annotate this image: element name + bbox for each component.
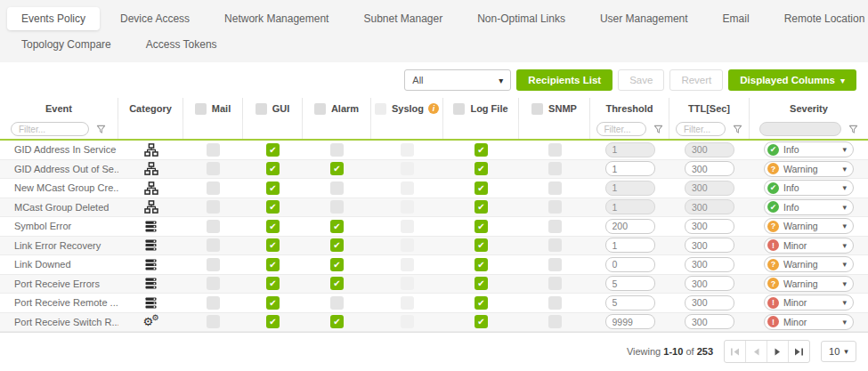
threshold-input[interactable] <box>605 314 655 329</box>
severity-select[interactable]: ✔Info▾ <box>764 180 854 196</box>
mail-checkbox[interactable] <box>207 258 220 271</box>
tab-user-management[interactable]: User Management <box>586 7 702 30</box>
gui-checkbox[interactable]: ✔ <box>266 238 280 252</box>
threshold-input[interactable] <box>605 276 655 291</box>
severity-select[interactable]: ?Warning▾ <box>764 218 854 234</box>
tab-email[interactable]: Email <box>709 7 764 30</box>
severity-select[interactable]: !Minor▾ <box>764 294 854 311</box>
save-button[interactable]: Save <box>618 69 664 91</box>
log_file-checkbox[interactable]: ✔ <box>475 277 488 290</box>
syslog-checkbox[interactable] <box>401 200 414 214</box>
threshold-input[interactable] <box>605 295 655 311</box>
info-icon[interactable]: i <box>428 103 439 114</box>
tab-network-management[interactable]: Network Management <box>210 7 343 30</box>
ttl-input[interactable] <box>685 276 734 291</box>
syslog-column-checkbox[interactable] <box>375 103 386 115</box>
mail-checkbox[interactable] <box>207 162 220 175</box>
threshold-input[interactable] <box>605 257 655 272</box>
log_file-checkbox[interactable]: ✔ <box>475 258 488 271</box>
syslog-checkbox[interactable] <box>401 296 414 310</box>
alarm-checkbox[interactable]: ✔ <box>330 315 344 328</box>
log_file-checkbox[interactable]: ✔ <box>475 315 488 328</box>
filter-input-ttl[interactable] <box>676 122 726 136</box>
snmp-checkbox[interactable] <box>548 162 562 175</box>
log_file-checkbox[interactable]: ✔ <box>475 200 488 214</box>
page-size-select[interactable]: 10 ▾ <box>821 341 856 362</box>
log_file-checkbox[interactable]: ✔ <box>475 220 488 233</box>
previous-page-button[interactable] <box>746 341 767 362</box>
gui-column-checkbox[interactable] <box>256 103 267 115</box>
first-page-button[interactable] <box>725 341 746 362</box>
alarm-column-checkbox[interactable] <box>314 103 326 115</box>
syslog-checkbox[interactable] <box>401 181 414 195</box>
syslog-checkbox[interactable] <box>401 277 414 290</box>
alarm-checkbox[interactable]: ✔ <box>330 258 344 271</box>
log_file-checkbox[interactable]: ✔ <box>475 162 488 175</box>
gui-checkbox[interactable]: ✔ <box>266 315 280 328</box>
mail-checkbox[interactable] <box>207 238 220 252</box>
snmp-checkbox[interactable] <box>548 220 562 233</box>
next-page-button[interactable] <box>767 341 789 362</box>
log_file-checkbox[interactable]: ✔ <box>475 143 488 157</box>
threshold-input[interactable] <box>605 238 655 253</box>
severity-select[interactable]: ?Warning▾ <box>764 256 854 272</box>
snmp-checkbox[interactable] <box>548 143 562 157</box>
snmp-checkbox[interactable] <box>548 277 562 290</box>
log_file-column-checkbox[interactable] <box>453 103 465 115</box>
ttl-input[interactable] <box>685 314 734 329</box>
filter-input-event[interactable] <box>11 122 89 136</box>
alarm-checkbox[interactable]: ✔ <box>330 162 344 175</box>
syslog-checkbox[interactable] <box>401 258 414 271</box>
alarm-checkbox[interactable]: ✔ <box>330 238 344 252</box>
mail-checkbox[interactable] <box>207 296 220 310</box>
alarm-checkbox[interactable]: ✔ <box>330 220 344 233</box>
gui-checkbox[interactable]: ✔ <box>266 220 280 233</box>
severity-select[interactable]: ✔Info▾ <box>764 141 854 157</box>
severity-select[interactable]: !Minor▾ <box>764 238 854 254</box>
gui-checkbox[interactable]: ✔ <box>266 162 280 175</box>
tab-events-policy[interactable]: Events Policy <box>7 7 100 30</box>
log_file-checkbox[interactable]: ✔ <box>475 296 488 310</box>
last-page-button[interactable] <box>789 341 809 362</box>
mail-checkbox[interactable] <box>207 220 220 233</box>
severity-select[interactable]: ✔Info▾ <box>764 199 854 215</box>
threshold-input[interactable] <box>605 161 655 176</box>
severity-select[interactable]: !Minor▾ <box>764 314 854 330</box>
mail-column-checkbox[interactable] <box>195 103 207 115</box>
mail-checkbox[interactable] <box>207 200 220 214</box>
alarm-checkbox[interactable] <box>330 296 344 310</box>
filter-input-threshold[interactable] <box>596 122 646 136</box>
threshold-input[interactable] <box>605 219 655 234</box>
alarm-checkbox[interactable] <box>330 143 344 157</box>
tab-remote-location[interactable]: Remote Location <box>770 7 868 30</box>
snmp-checkbox[interactable] <box>548 258 562 271</box>
gui-checkbox[interactable]: ✔ <box>266 143 280 157</box>
ttl-input[interactable] <box>685 257 734 272</box>
tab-subnet-manager[interactable]: Subnet Manager <box>349 7 457 30</box>
ttl-input[interactable] <box>685 161 734 176</box>
syslog-checkbox[interactable] <box>401 162 414 175</box>
snmp-checkbox[interactable] <box>548 296 562 310</box>
ttl-input[interactable] <box>685 238 734 253</box>
syslog-checkbox[interactable] <box>401 238 414 252</box>
snmp-checkbox[interactable] <box>548 200 562 214</box>
gui-checkbox[interactable]: ✔ <box>266 296 280 310</box>
tab-access-tokens[interactable]: Access Tokens <box>132 33 231 56</box>
log_file-checkbox[interactable]: ✔ <box>475 238 488 252</box>
mail-checkbox[interactable] <box>207 277 220 290</box>
syslog-checkbox[interactable] <box>401 315 414 328</box>
severity-select[interactable]: ?Warning▾ <box>764 161 854 177</box>
tab-topology-compare[interactable]: Topology Compare <box>7 33 126 56</box>
tab-non-optimal-links[interactable]: Non-Optimal Links <box>463 7 580 30</box>
alarm-checkbox[interactable]: ✔ <box>330 277 344 290</box>
ttl-input[interactable] <box>685 219 734 234</box>
snmp-checkbox[interactable] <box>548 315 562 328</box>
mail-checkbox[interactable] <box>207 143 220 157</box>
syslog-checkbox[interactable] <box>401 220 414 233</box>
displayed-columns-button[interactable]: Displayed Columns ▾ <box>728 69 856 91</box>
ttl-input[interactable] <box>685 295 734 311</box>
snmp-checkbox[interactable] <box>548 238 562 252</box>
recipients-list-button[interactable]: Recipients List <box>516 69 612 91</box>
alarm-checkbox[interactable] <box>330 200 344 214</box>
snmp-column-checkbox[interactable] <box>531 103 543 115</box>
